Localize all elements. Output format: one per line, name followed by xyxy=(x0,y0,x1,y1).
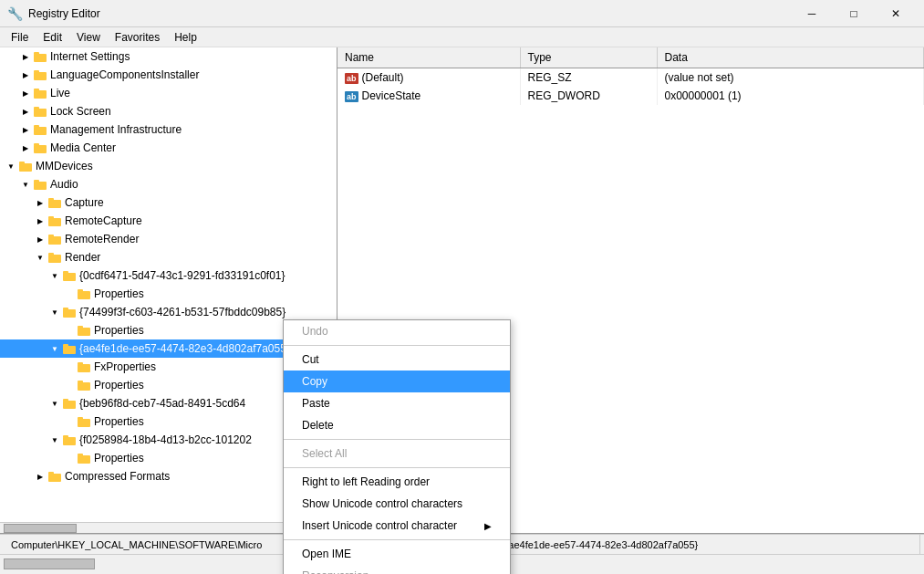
tree-hscroll-thumb[interactable] xyxy=(4,524,77,533)
svg-rect-18 xyxy=(48,218,61,226)
svg-rect-35 xyxy=(78,362,83,365)
tree-label: RemoteRender xyxy=(65,233,139,245)
ctx-select-all[interactable]: Select All xyxy=(284,443,510,464)
svg-rect-29 xyxy=(63,308,68,310)
menu-file[interactable]: File xyxy=(4,29,36,46)
tree-item-live[interactable]: Live xyxy=(0,84,337,102)
submenu-arrow: ▶ xyxy=(484,521,492,531)
tree-label: Compressed Formats xyxy=(65,470,170,483)
tree-item-internet-settings[interactable]: Internet Settings xyxy=(0,47,337,66)
folder-icon xyxy=(33,178,47,191)
ctx-sep2 xyxy=(284,439,510,440)
ctx-open-ime[interactable]: Open IME xyxy=(284,543,510,565)
col-type: Type xyxy=(520,47,657,68)
ctx-show-unicode-label: Show Unicode control characters xyxy=(302,497,462,510)
arrow-capture xyxy=(33,195,47,210)
ctx-rtl[interactable]: Right to left Reading order xyxy=(284,471,510,493)
menu-view[interactable]: View xyxy=(69,29,108,46)
tree-item-remoterender[interactable]: RemoteRender xyxy=(0,230,337,248)
svg-rect-19 xyxy=(48,216,54,219)
reg-type-icon-dword: ab xyxy=(345,91,358,102)
tree-label: Live xyxy=(50,87,70,99)
tree-item-guid1[interactable]: {0cdf6471-5d47-43c1-9291-fd33191c0f01} xyxy=(0,266,337,285)
tree-item-mmdevices[interactable]: MMDevices xyxy=(0,157,337,175)
ctx-insert-unicode[interactable]: Insert Unicode control character ▶ xyxy=(284,515,510,537)
ctx-paste[interactable]: Paste xyxy=(284,392,510,414)
tree-label: Properties xyxy=(94,287,144,300)
ctx-insert-unicode-label: Insert Unicode control character xyxy=(302,519,457,532)
folder-icon xyxy=(62,269,77,282)
tree-item-lock-screen[interactable]: Lock Screen xyxy=(0,102,337,120)
tree-label-selected: {ae4fe1de-ee57-4474-82e3-4d802af7a055} xyxy=(79,342,290,355)
tree-item-render[interactable]: Render xyxy=(0,248,337,266)
folder-icon xyxy=(47,233,62,245)
tree-label: Properties xyxy=(94,452,144,464)
tree-label: Management Infrastructure xyxy=(50,123,182,136)
svg-rect-39 xyxy=(63,399,68,402)
menu-favorites[interactable]: Favorites xyxy=(108,29,167,46)
ctx-reconversion[interactable]: Reconversion xyxy=(284,565,510,574)
folder-icon xyxy=(33,123,47,136)
ctx-copy[interactable]: Copy xyxy=(284,370,510,392)
title-bar: 🔧 Registry Editor ─ □ ✕ xyxy=(0,0,924,27)
tree-label: {0cdf6471-5d47-43c1-9291-fd33191c0f01} xyxy=(79,269,286,282)
svg-rect-38 xyxy=(63,401,76,409)
svg-rect-28 xyxy=(63,309,76,318)
folder-icon xyxy=(47,251,62,264)
hscroll-thumb-left[interactable] xyxy=(4,558,95,569)
tree-label: Audio xyxy=(50,178,78,191)
maximize-button[interactable]: □ xyxy=(833,0,875,27)
tree-label: Properties xyxy=(94,415,144,428)
title-bar-controls: ─ □ ✕ xyxy=(791,0,917,27)
arrow-language xyxy=(18,68,33,82)
svg-rect-24 xyxy=(63,273,76,281)
folder-icon xyxy=(77,324,91,337)
ctx-undo[interactable]: Undo xyxy=(284,320,510,342)
menu-bar: File Edit View Favorites Help xyxy=(0,27,924,47)
ctx-cut-label: Cut xyxy=(302,353,319,366)
folder-icon xyxy=(77,452,91,464)
arrow-compressed xyxy=(33,469,47,484)
app-icon: 🔧 xyxy=(7,6,23,21)
table-row[interactable]: ab(Default) REG_SZ (value not set) xyxy=(337,68,924,87)
arrow-guid2 xyxy=(47,305,62,319)
table-row[interactable]: abDeviceState REG_DWORD 0x00000001 (1) xyxy=(337,87,924,105)
ctx-sep4 xyxy=(284,539,510,540)
tree-item-guid2[interactable]: {74499f3f-c603-4261-b531-57fbddc09b85} xyxy=(0,303,337,321)
svg-rect-41 xyxy=(78,417,83,420)
folder-icon-open xyxy=(18,160,33,172)
tree-item-language[interactable]: LanguageComponentsInstaller xyxy=(0,66,337,84)
ctx-sep1 xyxy=(284,345,510,346)
status-left-text: Computer\HKEY_LOCAL_MACHINE\SOFTWARE\Mic… xyxy=(11,539,262,550)
menu-edit[interactable]: Edit xyxy=(36,29,69,46)
ctx-delete[interactable]: Delete xyxy=(284,414,510,436)
minimize-button[interactable]: ─ xyxy=(791,0,833,27)
reg-data-default: (value not set) xyxy=(657,68,924,87)
svg-rect-43 xyxy=(63,435,68,438)
reg-type-default: REG_SZ xyxy=(520,68,657,87)
arrow-remotecapture xyxy=(33,214,47,228)
folder-icon xyxy=(47,470,62,483)
svg-rect-3 xyxy=(34,70,39,73)
tree-label: {beb96f8d-ceb7-45ad-8491-5cd64 xyxy=(79,397,245,410)
close-button[interactable]: ✕ xyxy=(875,0,917,27)
ctx-delete-label: Delete xyxy=(302,419,334,432)
folder-icon xyxy=(62,306,77,318)
ctx-cut[interactable]: Cut xyxy=(284,349,510,370)
menu-help[interactable]: Help xyxy=(167,29,204,46)
ctx-show-unicode[interactable]: Show Unicode control characters xyxy=(284,493,510,515)
tree-label: RemoteCapture xyxy=(65,214,142,227)
tree-item-management[interactable]: Management Infrastructure xyxy=(0,120,337,139)
tree-item-media-center[interactable]: Media Center xyxy=(0,139,337,157)
registry-table: Name Type Data ab(Default) REG_SZ (value… xyxy=(337,47,924,105)
tree-item-props1[interactable]: Properties xyxy=(0,285,337,303)
svg-rect-10 xyxy=(34,145,47,153)
tree-item-audio[interactable]: Audio xyxy=(0,175,337,193)
tree-item-remotecapture[interactable]: RemoteCapture xyxy=(0,212,337,230)
folder-icon xyxy=(77,379,91,391)
tree-label: Capture xyxy=(65,196,104,209)
tree-item-capture[interactable]: Capture xyxy=(0,193,337,212)
svg-rect-23 xyxy=(48,253,54,256)
folder-icon xyxy=(33,50,47,63)
svg-rect-2 xyxy=(34,72,47,80)
